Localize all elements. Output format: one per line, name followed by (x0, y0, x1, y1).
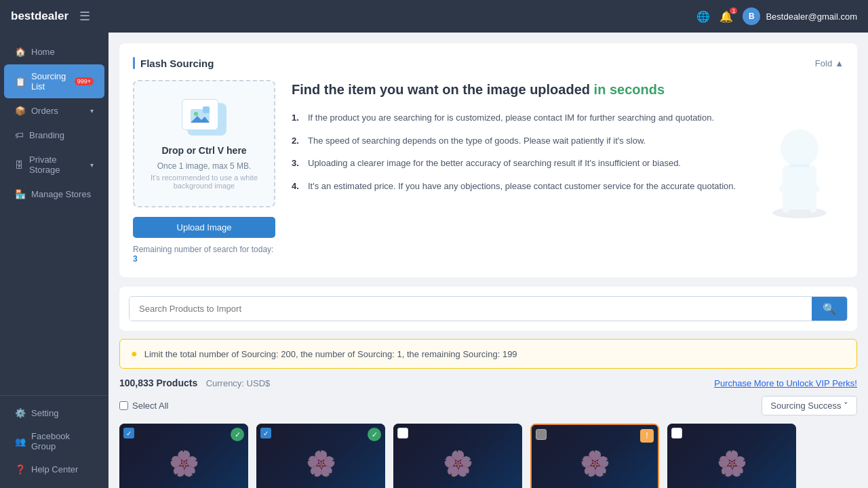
user-email: Bestdealer@gmail.com (766, 12, 857, 22)
manage-stores-icon: 🏪 (15, 189, 26, 199)
instruction-3: 3. Uploading a clearer image for the bet… (292, 157, 745, 170)
instruction-1: 1. If the product you are searching for … (292, 111, 745, 125)
instruction-2: 2. The speed of searching depends on the… (292, 134, 745, 148)
sidebar: 🏠 Home 📋 Sourcing List 999+ 📦 Orders ▾ 🏷… (0, 0, 108, 488)
product-checkbox[interactable] (397, 428, 408, 439)
sidebar-item-private-storage[interactable]: 🗄 Private Storage ▾ (4, 148, 104, 182)
search-button[interactable]: 🔍 (812, 297, 847, 321)
private-storage-arrow-icon: ▾ (90, 161, 94, 169)
product-card[interactable]: 🌸 Five-color highlight powder (667, 424, 796, 488)
notification-badge: 1 (730, 7, 737, 14)
upload-rec-text: It's recommended to use a white backgrou… (145, 174, 263, 190)
instructions-illustration (755, 80, 844, 264)
upload-image-button[interactable]: Upload Image (133, 217, 275, 238)
products-count: 100,833 Products (119, 378, 197, 388)
upload-max-text: Once 1 image, max 5 MB. (145, 161, 263, 171)
select-all-checkbox[interactable] (119, 401, 128, 410)
sidebar-item-manage-stores-label: Manage Stores (31, 189, 91, 199)
orders-icon: 📦 (15, 106, 26, 116)
product-card[interactable]: ✓ ✓ 🌸 Five-color highlight powder (256, 424, 385, 488)
sidebar-item-home-label: Home (31, 47, 55, 57)
product-card[interactable]: ✓ ✓ 🌸 Five-color highlight powder (119, 424, 248, 488)
facebook-icon: 👥 (15, 436, 26, 447)
globe-icon[interactable]: 🌐 (696, 10, 710, 23)
flash-sourcing-title: Flash Sourcing (140, 58, 214, 69)
title-bar (133, 57, 135, 69)
logo-text: bestdealer (11, 9, 68, 23)
svg-point-6 (781, 129, 818, 167)
sidebar-item-setting[interactable]: ⚙️ Setting (4, 402, 104, 424)
hamburger-icon[interactable]: ☰ (79, 9, 90, 24)
product-checkbox[interactable] (536, 429, 547, 440)
flash-sourcing-card: Flash Sourcing Fold ▲ (119, 43, 857, 277)
alert-icon: ● (131, 348, 138, 360)
alert-banner: ● Limit the total number of Sourcing: 20… (119, 339, 857, 369)
svg-rect-3 (203, 106, 210, 113)
vip-link[interactable]: Purchase More to Unlock VIP Perks! (714, 378, 857, 388)
avatar: B (743, 7, 760, 25)
product-card[interactable]: 🌸 Five-color highlight powder (393, 424, 522, 488)
product-checkbox-checked[interactable]: ✓ (123, 428, 134, 439)
product-badge-check: ✓ (231, 428, 244, 441)
sidebar-item-help-label: Help Center (31, 464, 78, 474)
help-icon: ❓ (15, 464, 26, 474)
sourcing-success-button[interactable]: Sourcing Success ˅ (762, 396, 857, 415)
branding-icon: 🏷 (15, 130, 24, 140)
sidebar-item-home[interactable]: 🏠 Home (4, 40, 104, 64)
main-content: Flash Sourcing Fold ▲ (108, 33, 868, 488)
sidebar-item-manage-stores[interactable]: 🏪 Manage Stores (4, 182, 104, 206)
bell-icon[interactable]: 🔔1 (719, 10, 733, 23)
sidebar-item-branding-label: Branding (29, 130, 64, 140)
sidebar-item-private-storage-label: Private Storage (29, 155, 85, 175)
product-badge-warn: ! (640, 429, 654, 443)
sidebar-item-facebook-label: Facebook Group (31, 431, 94, 451)
alert-text: Limit the total number of Sourcing: 200,… (144, 349, 517, 359)
products-grid: ✓ ✓ 🌸 Five-color highlight powder ✓ ✓ 🌸 … (119, 424, 857, 488)
sidebar-item-orders[interactable]: 📦 Orders ▾ (4, 99, 104, 123)
sidebar-item-sourcing-label: Sourcing List (31, 71, 69, 92)
svg-rect-7 (789, 164, 810, 167)
svg-point-1 (194, 112, 198, 116)
product-card[interactable]: ! 🌸 Five-color highlight powder (530, 424, 659, 488)
sidebar-item-setting-label: Setting (31, 408, 58, 418)
product-checkbox[interactable] (671, 428, 682, 439)
instruction-4: 4. It's an estimated price. If you have … (292, 180, 745, 193)
search-input[interactable] (130, 297, 812, 321)
flash-sourcing-heading: Find the item you want on the image uplo… (292, 80, 745, 99)
orders-arrow-icon: ▾ (90, 107, 94, 115)
upload-area: Drop or Ctrl V here Once 1 image, max 5 … (133, 80, 275, 264)
select-all-label[interactable]: Select All (119, 401, 168, 411)
sourcing-list-badge: 999+ (75, 77, 94, 85)
upload-dropzone[interactable]: Drop or Ctrl V here Once 1 image, max 5 … (133, 80, 275, 207)
sidebar-item-help-center[interactable]: ❓ Help Center (4, 458, 104, 481)
products-currency: Currency: USD$ (206, 378, 271, 388)
search-section: 🔍 (119, 287, 857, 331)
sidebar-item-branding[interactable]: 🏷 Branding (4, 123, 104, 147)
instructions-list: 1. If the product you are searching for … (292, 111, 745, 192)
upload-remaining: Remaining number of search for today: 3 (133, 245, 275, 264)
product-checkbox-checked[interactable]: ✓ (260, 428, 271, 439)
home-icon: 🏠 (15, 47, 26, 57)
sourcing-list-icon: 📋 (15, 77, 26, 87)
sidebar-item-orders-label: Orders (31, 106, 58, 116)
product-badge-check: ✓ (368, 428, 381, 441)
upload-drop-text: Drop or Ctrl V here (145, 145, 263, 156)
sidebar-item-sourcing-list[interactable]: 📋 Sourcing List 999+ (4, 64, 104, 98)
setting-icon: ⚙️ (15, 408, 26, 418)
private-storage-icon: 🗄 (15, 160, 24, 170)
sidebar-item-facebook-group[interactable]: 👥 Facebook Group (4, 425, 104, 458)
fold-button[interactable]: Fold ▲ (815, 58, 844, 68)
